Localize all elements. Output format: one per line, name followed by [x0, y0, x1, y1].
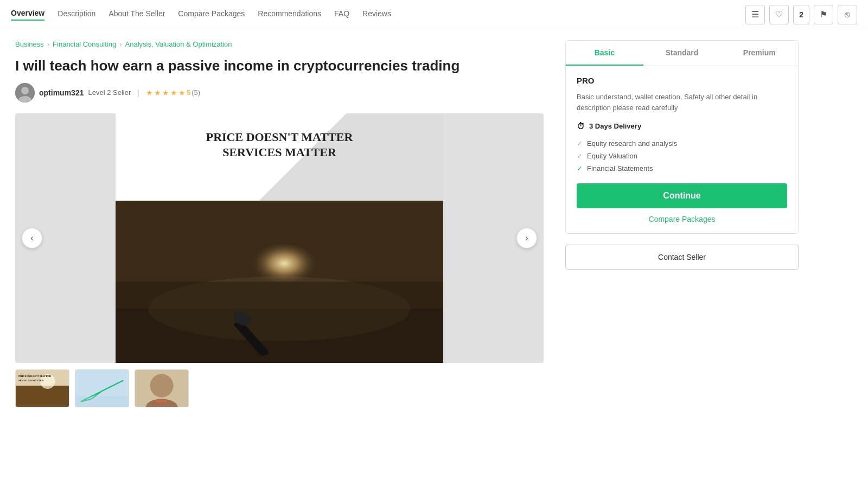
package-card: Basic Standard Premium PRO Basic underst…	[565, 40, 799, 234]
nav-about-seller[interactable]: About The Seller	[108, 9, 165, 20]
main-container: Business › Financial Consulting › Analys…	[0, 29, 814, 418]
slider-image-lower	[116, 201, 443, 363]
seller-name[interactable]: optimum321	[39, 88, 84, 97]
feature-item-3: ✓ Financial Statements	[577, 164, 787, 172]
slider-prev-button[interactable]: ‹	[22, 228, 42, 248]
breadcrumb-analysis[interactable]: Analysis, Valuation & Optimization	[125, 40, 232, 48]
clock-icon: ⏱	[577, 121, 585, 131]
star-rating: ★ ★ ★ ★ ★ 5 (5)	[146, 88, 200, 97]
check-icon-1: ✓	[577, 139, 583, 148]
tab-premium[interactable]: Premium	[720, 41, 798, 66]
nav-description[interactable]: Description	[58, 9, 95, 20]
thumbnail-strip: PRICE DOESN'T MATTER SERVICES MATTER HO	[15, 369, 544, 407]
feature-label-3: Financial Statements	[587, 164, 653, 172]
menu-button[interactable]: ☰	[745, 5, 765, 24]
compare-packages-link[interactable]: Compare Packages	[577, 215, 787, 223]
nav-recommendations[interactable]: Recommendations	[258, 9, 321, 20]
flag-button[interactable]: ⚑	[814, 5, 833, 24]
package-delivery: ⏱ 3 Days Delivery	[577, 121, 787, 131]
heart-button[interactable]: ♡	[769, 5, 789, 24]
nav-reviews[interactable]: Reviews	[362, 9, 391, 20]
feature-label-2: Equity Valuation	[587, 152, 637, 160]
seller-divider: |	[137, 88, 139, 97]
share-button[interactable]: ⎋	[838, 5, 857, 24]
feature-item-1: ✓ Equity research and analysis	[577, 139, 787, 148]
feature-item-2: ✓ Equity Valuation	[577, 152, 787, 160]
slider-next-button[interactable]: ›	[516, 228, 537, 248]
star-2: ★	[154, 88, 161, 97]
image-slider: Price Doesn't Matter Services Matter	[15, 113, 544, 363]
gig-title: I will teach how earn a passive income i…	[15, 57, 544, 75]
right-column: Basic Standard Premium PRO Basic underst…	[565, 40, 799, 407]
svg-point-1	[21, 87, 29, 94]
svg-point-19	[150, 374, 173, 397]
breadcrumb-sep-1: ›	[47, 40, 49, 48]
tab-basic[interactable]: Basic	[566, 41, 643, 66]
badge-count[interactable]: 2	[793, 5, 809, 24]
svg-text:HODL: HODL	[156, 399, 168, 404]
star-1: ★	[146, 88, 153, 97]
package-description: Basic understand, wallet creation, Safet…	[577, 92, 787, 113]
avatar	[15, 83, 35, 103]
breadcrumb-business[interactable]: Business	[15, 40, 44, 48]
nav-actions: ☰ ♡ 2 ⚑ ⎋	[745, 5, 857, 24]
svg-text:PRICE DOESN'T MATTER: PRICE DOESN'T MATTER	[18, 375, 52, 377]
breadcrumb: Business › Financial Consulting › Analys…	[15, 40, 544, 48]
star-5: ★	[178, 88, 186, 97]
star-4: ★	[170, 88, 177, 97]
rating-count: (5)	[192, 88, 200, 97]
tab-standard[interactable]: Standard	[643, 41, 721, 66]
slider-main-image: Price Doesn't Matter Services Matter	[116, 113, 443, 363]
package-content: PRO Basic understand, wallet creation, S…	[566, 66, 798, 233]
rating-number: 5	[187, 88, 190, 97]
feature-label-1: Equity research and analysis	[587, 139, 677, 148]
breadcrumb-sep-2: ›	[119, 40, 122, 48]
nav-faq[interactable]: FAQ	[334, 9, 349, 20]
nav-links: Overview Description About The Seller Co…	[11, 9, 391, 21]
svg-rect-17	[75, 396, 129, 407]
top-navigation: Overview Description About The Seller Co…	[0, 0, 868, 29]
svg-rect-7	[116, 281, 443, 363]
feature-list: ✓ Equity research and analysis ✓ Equity …	[577, 139, 787, 172]
left-column: Business › Financial Consulting › Analys…	[15, 40, 544, 407]
thumbnail-1[interactable]: PRICE DOESN'T MATTER SERVICES MATTER	[15, 369, 69, 407]
package-name: PRO	[577, 76, 787, 85]
seller-row: optimum321 Level 2 Seller | ★ ★ ★ ★ ★ 5 …	[15, 83, 544, 103]
breadcrumb-financial[interactable]: Financial Consulting	[53, 40, 116, 48]
thumbnail-2[interactable]	[75, 369, 129, 407]
svg-text:SERVICES MATTER: SERVICES MATTER	[18, 379, 44, 382]
thumbnail-3[interactable]: HODL	[135, 369, 189, 407]
nav-compare-packages[interactable]: Compare Packages	[178, 9, 245, 20]
star-3: ★	[162, 88, 169, 97]
check-icon-3: ✓	[577, 164, 583, 172]
delivery-label: 3 Days Delivery	[589, 122, 641, 130]
package-tabs: Basic Standard Premium	[566, 41, 798, 66]
svg-rect-11	[16, 386, 69, 407]
nav-overview[interactable]: Overview	[11, 9, 44, 21]
seller-level: Level 2 Seller	[88, 88, 131, 97]
slider-text: Price Doesn't Matter Services Matter	[206, 130, 353, 161]
continue-button[interactable]: Continue	[577, 183, 787, 208]
contact-seller-button[interactable]: Contact Seller	[565, 245, 799, 270]
check-icon-2: ✓	[577, 152, 583, 160]
